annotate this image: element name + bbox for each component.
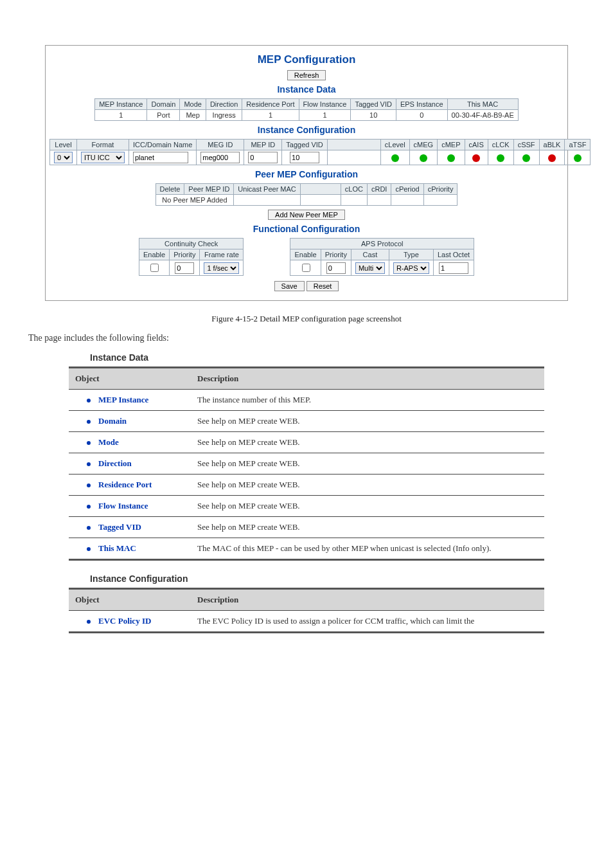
instance-cfg-subhead: Instance Configuration	[90, 574, 523, 584]
lead-text: The page includes the following fields:	[28, 333, 585, 343]
cc-rate-select[interactable]: 1 f/sec	[204, 262, 239, 274]
cc-head: Continuity Check	[139, 239, 244, 249]
object-cell: Mode	[69, 432, 191, 453]
instance-data-desc-table: Object Description MEP InstanceThe insta…	[69, 366, 544, 561]
description-cell: See help on MEP create WEB.	[191, 411, 544, 432]
col: Tagged VID	[351, 99, 396, 110]
level-select[interactable]: 0	[54, 152, 73, 163]
table-row: 0 ITU ICC	[50, 150, 591, 165]
col: This MAC	[447, 99, 518, 110]
aps-last-input[interactable]	[439, 262, 468, 274]
table-row: MEP InstanceThe instance number of this …	[69, 390, 544, 411]
col: Direction	[206, 99, 242, 110]
reset-button[interactable]: Reset	[306, 281, 339, 291]
megid-input[interactable]	[200, 152, 240, 163]
col: Residence Port	[242, 99, 299, 110]
table-row: DomainSee help on MEP create WEB.	[69, 411, 544, 432]
add-peer-button[interactable]: Add New Peer MEP	[268, 210, 345, 220]
description-cell: See help on MEP create WEB.	[191, 453, 544, 475]
table-row: No Peer MEP Added	[155, 195, 458, 206]
bullet-icon	[87, 505, 91, 509]
func-heading: Functional Configuration	[49, 224, 564, 234]
table-row: EVC Policy IDThe EVC Policy ID is used t…	[69, 611, 544, 633]
col: MEP Instance	[95, 99, 147, 110]
bullet-icon	[87, 462, 91, 466]
aps-cast-select[interactable]: Multi	[355, 262, 385, 274]
peer-table: Delete Peer MEP ID Unicast Peer MAC cLOC…	[155, 183, 458, 206]
object-cell: Flow Instance	[69, 496, 191, 517]
instance-config-heading: Instance Configuration	[49, 125, 564, 135]
object-cell: This MAC	[69, 538, 191, 560]
instance-data-subhead: Instance Data	[90, 352, 523, 363]
instance-config-table: Level Format ICC/Domain Name MEG ID MEP …	[49, 139, 591, 165]
table-row: Tagged VIDSee help on MEP create WEB.	[69, 517, 544, 538]
object-cell: Direction	[69, 453, 191, 475]
instance-cfg-desc-table: Object Description EVC Policy IDThe EVC …	[69, 588, 544, 633]
instance-data-table: MEP Instance Domain Mode Direction Resid…	[94, 98, 519, 121]
bullet-icon	[87, 547, 91, 551]
tvid-input[interactable]	[290, 152, 319, 163]
aps-type-select[interactable]: R-APS	[393, 262, 429, 274]
description-cell: See help on MEP create WEB.	[191, 517, 544, 538]
col: Domain	[147, 99, 180, 110]
cc-enable-checkbox[interactable]	[150, 264, 159, 272]
bullet-icon	[87, 484, 91, 487]
status-dot	[522, 154, 530, 162]
bullet-icon	[87, 620, 91, 624]
format-select[interactable]: ITU ICC	[81, 152, 125, 163]
status-dot	[574, 154, 582, 162]
bullet-icon	[87, 441, 91, 445]
aps-head: APS Protocol	[290, 239, 474, 249]
description-cell: The MAC of this MEP - can be used by oth…	[191, 538, 544, 560]
object-cell: Residence Port	[69, 475, 191, 496]
table-row: Residence PortSee help on MEP create WEB…	[69, 475, 544, 496]
status-dot	[447, 154, 455, 162]
mepid-input[interactable]	[248, 152, 278, 163]
object-cell: Tagged VID	[69, 517, 191, 538]
aps-priority-input[interactable]	[326, 262, 346, 274]
object-cell: EVC Policy ID	[69, 611, 191, 633]
bullet-icon	[87, 399, 91, 402]
shot-title: MEP Configuration	[49, 53, 564, 66]
mep-config-screenshot: MEP Configuration Refresh Instance Data …	[45, 45, 568, 301]
description-cell: See help on MEP create WEB.	[191, 432, 544, 453]
func-table: Continuity Check APS Protocol Enable Pri…	[139, 238, 474, 276]
status-dot	[420, 154, 427, 162]
col: EPS Instance	[396, 99, 447, 110]
object-cell: Domain	[69, 411, 191, 432]
peer-heading: Peer MEP Configuration	[49, 169, 564, 179]
refresh-button[interactable]: Refresh	[287, 70, 326, 80]
description-cell: The instance number of this MEP.	[191, 390, 544, 411]
table-row: This MACThe MAC of this MEP - can be use…	[69, 538, 544, 560]
col: Flow Instance	[299, 99, 351, 110]
status-dot	[391, 154, 399, 162]
aps-enable-checkbox[interactable]	[302, 264, 310, 272]
table-row: 1 f/sec Multi R-APS	[139, 260, 474, 276]
description-cell: See help on MEP create WEB.	[191, 496, 544, 517]
description-cell: See help on MEP create WEB.	[191, 475, 544, 496]
bullet-icon	[87, 420, 91, 424]
object-cell: MEP Instance	[69, 390, 191, 411]
table-row: DirectionSee help on MEP create WEB.	[69, 453, 544, 475]
table-row: 1 Port Mep Ingress 1 1 10 0 00-30-4F-A8-…	[95, 110, 519, 121]
save-button[interactable]: Save	[274, 281, 305, 291]
instance-data-heading: Instance Data	[49, 84, 564, 95]
col: Mode	[180, 99, 206, 110]
bullet-icon	[87, 526, 91, 530]
icc-input[interactable]	[133, 152, 188, 163]
status-dot	[497, 154, 504, 162]
status-dot	[472, 154, 480, 162]
table-row: ModeSee help on MEP create WEB.	[69, 432, 544, 453]
cc-priority-input[interactable]	[175, 262, 194, 274]
table-row: Flow InstanceSee help on MEP create WEB.	[69, 496, 544, 517]
figure-caption: Figure 4-15-2 Detail MEP configuration p…	[26, 314, 587, 324]
description-cell: The EVC Policy ID is used to assign a po…	[191, 611, 544, 633]
status-dot	[548, 154, 556, 162]
